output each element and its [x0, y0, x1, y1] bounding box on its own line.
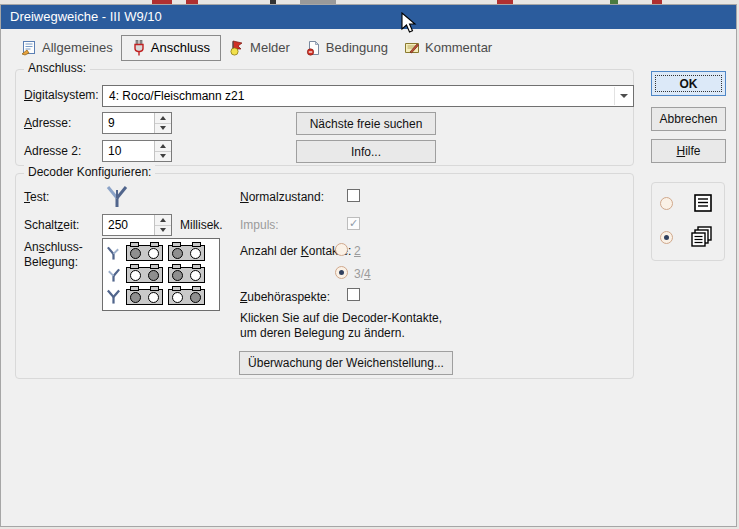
- cancel-button[interactable]: Abbrechen: [651, 107, 726, 131]
- spin-down-icon[interactable]: [155, 123, 171, 134]
- impuls-label: Impuls:: [240, 218, 279, 232]
- normalzustand-checkbox[interactable]: [347, 189, 360, 202]
- combobox-dropdown-icon[interactable]: [614, 87, 632, 105]
- spin-up-icon[interactable]: [155, 113, 171, 123]
- tab-bar: Allgemeines Anschluss Melder: [13, 34, 500, 61]
- decoder-contact[interactable]: [126, 245, 163, 261]
- decoder-contact[interactable]: [168, 267, 205, 283]
- form-icon: [21, 40, 37, 56]
- adresse-label: Adresse:: [24, 116, 71, 130]
- kontakte-34-radio: [335, 266, 348, 279]
- test-turnout-icon[interactable]: [104, 184, 130, 208]
- decoder-groupbox: Decoder Konfigurieren: Test: Normalzusta…: [15, 173, 634, 379]
- turnout-branch-left-icon: [106, 245, 121, 261]
- dialog-title: Dreiwegweiche - III W9/10: [10, 9, 162, 24]
- dialog-window: Dreiwegweiche - III W9/10 Allgemeines: [0, 4, 737, 527]
- adresse2-spinner[interactable]: 10: [102, 140, 172, 162]
- belegung-label-line1: Anschluss-: [24, 240, 83, 254]
- tab-label: Anschluss: [151, 40, 210, 55]
- contact-circle[interactable]: [190, 292, 201, 303]
- schaltzeit-label: Schaltzeit:: [24, 218, 79, 232]
- digitalsystem-label: Digitalsystem:: [24, 88, 99, 102]
- impuls-checkbox: ✓: [347, 217, 360, 230]
- tab-label: Melder: [250, 40, 290, 55]
- stacked-lists-icon: [689, 224, 715, 250]
- contact-row-right: [106, 266, 216, 283]
- tab-allgemeines[interactable]: Allgemeines: [13, 36, 121, 60]
- adresse-spinner[interactable]: 9: [102, 112, 172, 134]
- contact-row-both: [106, 288, 216, 305]
- help-button[interactable]: Hilfe: [651, 139, 726, 163]
- turnout-branch-right-icon: [106, 267, 121, 283]
- contact-circle[interactable]: [148, 292, 159, 303]
- spin-up-icon[interactable]: [155, 141, 171, 151]
- anschluss-group-title: Anschluss:: [24, 61, 90, 75]
- tab-bedingung[interactable]: Bedingung: [298, 36, 396, 60]
- next-free-button[interactable]: Nächste freie suchen: [296, 112, 436, 135]
- tab-label: Kommentar: [425, 40, 492, 55]
- spin-down-icon[interactable]: [155, 225, 171, 236]
- condition-document-icon: [306, 40, 321, 56]
- zubehoeraspekte-checkbox[interactable]: [347, 288, 360, 301]
- flag-icon: [229, 40, 245, 56]
- ok-button[interactable]: OK: [651, 71, 726, 96]
- tab-label: Bedingung: [326, 40, 388, 55]
- screen: Dreiwegweiche - III W9/10 Allgemeines: [0, 0, 739, 529]
- contact-circle[interactable]: [190, 248, 201, 259]
- comment-note-icon: [404, 40, 420, 56]
- spin-up-icon[interactable]: [155, 215, 171, 225]
- decoder-contact[interactable]: [126, 289, 163, 305]
- decoder-contact[interactable]: [168, 289, 205, 305]
- spin-down-icon[interactable]: [155, 151, 171, 162]
- plug-icon: [132, 40, 146, 56]
- kontakte-34-label: 3/4: [354, 267, 371, 281]
- contact-circle[interactable]: [190, 270, 201, 281]
- kontakte-2-radio: [335, 243, 348, 256]
- contact-circle[interactable]: [148, 270, 159, 281]
- schaltzeit-value: 250: [108, 218, 128, 232]
- dialog-titlebar[interactable]: Dreiwegweiche - III W9/10: [1, 5, 736, 29]
- tab-kommentar[interactable]: Kommentar: [396, 36, 500, 60]
- contact-circle[interactable]: [148, 248, 159, 259]
- decoder-group-title: Decoder Konfigurieren:: [24, 165, 155, 179]
- tab-label: Allgemeines: [42, 40, 113, 55]
- tab-anschluss[interactable]: Anschluss: [121, 35, 221, 61]
- tab-melder[interactable]: Melder: [221, 36, 298, 60]
- view-stacked-radio[interactable]: [660, 231, 673, 244]
- contact-circle[interactable]: [130, 270, 141, 281]
- ueberwachung-button[interactable]: Überwachung der Weichenstellung...: [239, 351, 453, 375]
- adresse2-value: 10: [108, 144, 121, 158]
- contact-circle[interactable]: [130, 248, 141, 259]
- contact-circle[interactable]: [130, 292, 141, 303]
- adresse-value: 9: [108, 116, 115, 130]
- millisek-label: Millisek.: [180, 218, 223, 232]
- digitalsystem-combobox[interactable]: 4: Roco/Fleischmann z21: [102, 85, 634, 107]
- hint-line1: Klicken Sie auf die Decoder-Kontakte,: [240, 311, 442, 325]
- view-options-groupbox: [651, 182, 725, 261]
- decoder-contacts-panel: [102, 238, 220, 311]
- decoder-contact[interactable]: [126, 267, 163, 283]
- normalzustand-label: Normalzustand:: [240, 190, 324, 204]
- contact-circle[interactable]: [172, 270, 183, 281]
- anschluss-groupbox: Anschluss: Digitalsystem: 4: Roco/Fleisc…: [15, 69, 634, 166]
- contact-circle[interactable]: [172, 292, 183, 303]
- contact-row-left: [106, 244, 216, 261]
- digitalsystem-value: 4: Roco/Fleischmann z21: [109, 89, 244, 103]
- hint-line2: um deren Belegung zu ändern.: [240, 326, 405, 340]
- test-label: Test:: [24, 190, 49, 204]
- belegung-label-line2: Belegung:: [24, 255, 78, 269]
- kontakte-2-label: 2: [354, 244, 361, 258]
- adresse2-label: Adresse 2:: [24, 144, 81, 158]
- schaltzeit-spinner[interactable]: 250: [102, 214, 172, 236]
- view-single-radio[interactable]: [660, 197, 673, 210]
- contact-circle[interactable]: [172, 248, 183, 259]
- zubehoeraspekte-label: Zubehöraspekte:: [240, 290, 330, 304]
- single-list-icon: [692, 192, 714, 214]
- decoder-contact[interactable]: [168, 245, 205, 261]
- turnout-branch-both-icon: [106, 289, 121, 305]
- info-button[interactable]: Info...: [296, 140, 436, 163]
